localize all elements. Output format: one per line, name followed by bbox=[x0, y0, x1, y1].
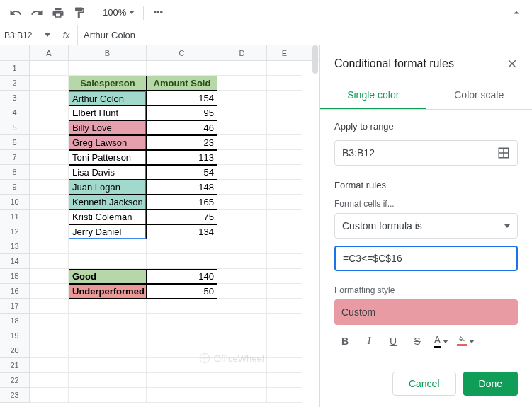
cell[interactable] bbox=[267, 135, 302, 150]
cell[interactable]: 165 bbox=[147, 195, 217, 210]
cell[interactable] bbox=[30, 76, 69, 91]
cell[interactable] bbox=[217, 105, 267, 120]
cell[interactable] bbox=[147, 299, 217, 314]
cell[interactable]: Jerry Daniel bbox=[69, 224, 147, 239]
row-header[interactable]: 17 bbox=[0, 299, 30, 314]
tab-color-scale[interactable]: Color scale bbox=[426, 82, 533, 109]
condition-dropdown[interactable]: Custom formula is bbox=[334, 213, 518, 239]
row-header[interactable]: 10 bbox=[0, 195, 30, 210]
close-sidebar-button[interactable] bbox=[504, 55, 521, 72]
cell[interactable]: Good bbox=[69, 269, 147, 284]
cell[interactable] bbox=[267, 314, 302, 328]
cell[interactable] bbox=[267, 284, 302, 299]
cell[interactable] bbox=[267, 343, 302, 358]
row-header[interactable]: 1 bbox=[0, 61, 30, 76]
col-header[interactable]: E bbox=[267, 45, 302, 60]
cell[interactable]: 46 bbox=[147, 120, 217, 135]
cell[interactable]: Underperformed bbox=[69, 284, 147, 299]
cell[interactable] bbox=[217, 254, 267, 269]
row-header[interactable]: 12 bbox=[0, 224, 30, 239]
cell[interactable] bbox=[30, 343, 69, 358]
cell[interactable] bbox=[217, 239, 267, 254]
cell[interactable] bbox=[217, 328, 267, 343]
cell[interactable] bbox=[267, 76, 302, 91]
paint-format-button[interactable] bbox=[69, 3, 89, 23]
row-header[interactable]: 5 bbox=[0, 120, 30, 135]
cell[interactable] bbox=[217, 61, 267, 76]
cell[interactable]: Billy Love bbox=[69, 120, 147, 135]
custom-formula-input[interactable] bbox=[334, 246, 518, 271]
bold-button[interactable]: B bbox=[334, 331, 356, 352]
cell[interactable]: Kenneth Jackson bbox=[69, 195, 147, 210]
cell[interactable] bbox=[30, 135, 69, 150]
scrollbar[interactable] bbox=[312, 45, 318, 74]
row-header[interactable]: 21 bbox=[0, 358, 30, 373]
cell[interactable]: Juan Logan bbox=[69, 180, 147, 195]
cell[interactable] bbox=[267, 105, 302, 120]
row-header[interactable]: 22 bbox=[0, 373, 30, 388]
cell[interactable] bbox=[217, 135, 267, 150]
cell[interactable]: 148 bbox=[147, 180, 217, 195]
cell[interactable] bbox=[267, 150, 302, 165]
col-header[interactable]: D bbox=[217, 45, 267, 60]
row-header[interactable]: 7 bbox=[0, 150, 30, 165]
col-header[interactable]: B bbox=[69, 45, 147, 60]
cell[interactable] bbox=[217, 150, 267, 165]
cell[interactable]: 50 bbox=[147, 284, 217, 299]
cancel-button[interactable]: Cancel bbox=[392, 372, 456, 396]
cell[interactable] bbox=[30, 180, 69, 195]
spreadsheet-grid[interactable]: A B C D E 12SalespersonAmount Sold3Arthu… bbox=[0, 45, 319, 407]
cell[interactable] bbox=[147, 239, 217, 254]
cell[interactable] bbox=[30, 314, 69, 328]
cell[interactable] bbox=[147, 388, 217, 403]
row-header[interactable]: 23 bbox=[0, 388, 30, 403]
italic-button[interactable]: I bbox=[358, 331, 380, 352]
cell[interactable] bbox=[69, 373, 147, 388]
cell[interactable] bbox=[147, 61, 217, 76]
cell[interactable]: Salesperson bbox=[69, 76, 147, 91]
cell[interactable]: 95 bbox=[147, 105, 217, 120]
cell[interactable] bbox=[267, 165, 302, 180]
cell[interactable] bbox=[69, 254, 147, 269]
cell[interactable]: Lisa Davis bbox=[69, 165, 147, 180]
cell[interactable] bbox=[30, 195, 69, 210]
cell[interactable] bbox=[69, 358, 147, 373]
cell[interactable] bbox=[217, 269, 267, 284]
cell[interactable]: Amount Sold bbox=[147, 76, 217, 91]
print-button[interactable] bbox=[48, 3, 68, 23]
tab-single-color[interactable]: Single color bbox=[320, 82, 426, 109]
cell[interactable] bbox=[30, 150, 69, 165]
cell[interactable]: Toni Patterson bbox=[69, 150, 147, 165]
row-header[interactable]: 11 bbox=[0, 210, 30, 224]
cell[interactable] bbox=[30, 239, 69, 254]
cell[interactable] bbox=[69, 328, 147, 343]
strikethrough-button[interactable]: S bbox=[407, 331, 428, 352]
cell[interactable] bbox=[267, 373, 302, 388]
row-header[interactable]: 8 bbox=[0, 165, 30, 180]
cell[interactable] bbox=[267, 388, 302, 403]
range-input[interactable]: B3:B12 bbox=[334, 140, 518, 166]
cell[interactable] bbox=[267, 195, 302, 210]
more-button[interactable]: ••• bbox=[148, 3, 168, 23]
row-header[interactable]: 13 bbox=[0, 239, 30, 254]
col-header[interactable]: C bbox=[147, 45, 217, 60]
cell[interactable] bbox=[267, 239, 302, 254]
cell[interactable]: Greg Lawson bbox=[69, 135, 147, 150]
row-header[interactable]: 3 bbox=[0, 91, 30, 105]
cell[interactable] bbox=[30, 91, 69, 105]
cell[interactable] bbox=[217, 91, 267, 105]
text-color-button[interactable]: A bbox=[431, 331, 452, 352]
cell[interactable]: 140 bbox=[147, 269, 217, 284]
cell[interactable] bbox=[30, 105, 69, 120]
cell[interactable] bbox=[217, 284, 267, 299]
cell[interactable] bbox=[217, 210, 267, 224]
cell[interactable]: Arthur Colon bbox=[69, 91, 147, 105]
cell[interactable] bbox=[267, 358, 302, 373]
cell[interactable] bbox=[30, 224, 69, 239]
cell[interactable]: 113 bbox=[147, 150, 217, 165]
cell[interactable] bbox=[69, 388, 147, 403]
done-button[interactable]: Done bbox=[463, 372, 518, 396]
cell[interactable]: Elbert Hunt bbox=[69, 105, 147, 120]
cell[interactable] bbox=[30, 269, 69, 284]
fill-color-button[interactable] bbox=[455, 331, 476, 352]
